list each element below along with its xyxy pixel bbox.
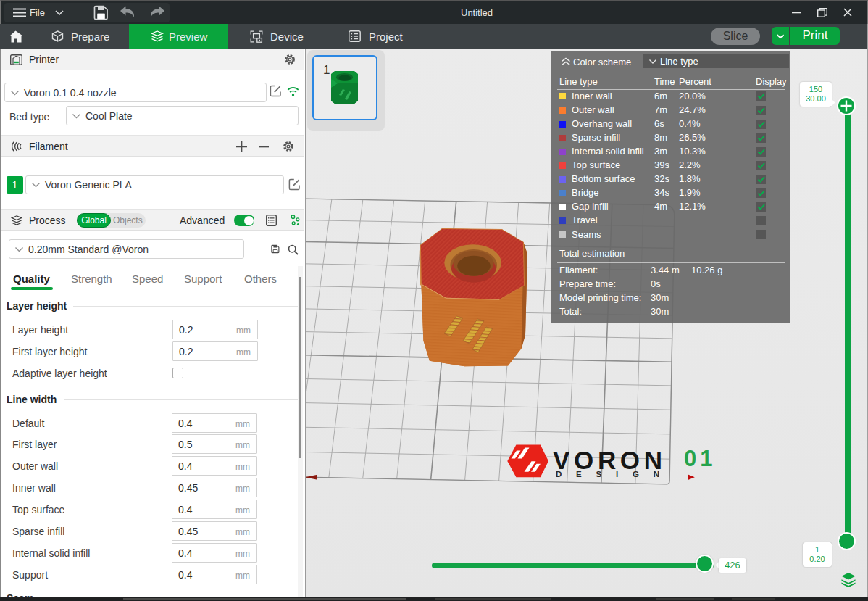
svg-text:01: 01 [684,446,716,471]
